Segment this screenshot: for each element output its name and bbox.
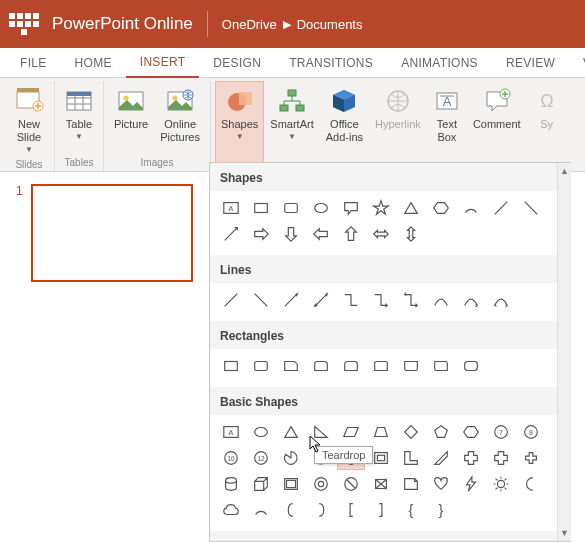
shape-elbow4[interactable] — [457, 288, 485, 312]
shape-star[interactable] — [367, 196, 395, 220]
shape-bs-plus2[interactable] — [517, 446, 545, 470]
tab-animations[interactable]: ANIMATIONS — [387, 48, 492, 77]
shape-bs-plus[interactable] — [487, 446, 515, 470]
shape-r6[interactable] — [367, 354, 395, 378]
shape-arrow-ud[interactable] — [397, 222, 425, 246]
smartart-button[interactable]: SmartArt▼ — [264, 81, 319, 171]
shape-oval[interactable] — [307, 196, 335, 220]
shape-bs-moon[interactable] — [517, 472, 545, 496]
shape-bs-bevel[interactable] — [277, 472, 305, 496]
office-addins-button[interactable]: OfficeAdd-ins — [320, 81, 369, 171]
shape-arrow-d[interactable] — [277, 222, 305, 246]
shape-elbow5[interactable] — [487, 288, 515, 312]
shape-l3[interactable] — [277, 288, 305, 312]
shape-r1[interactable] — [217, 354, 245, 378]
gallery-scrollbar[interactable]: ▲ ▼ — [557, 163, 571, 541]
shape-bs-heart[interactable] — [427, 472, 455, 496]
shape-elbow3[interactable] — [397, 288, 425, 312]
shape-bs-donut[interactable] — [307, 472, 335, 496]
shape-r3[interactable] — [277, 354, 305, 378]
slide-thumbnail[interactable] — [31, 184, 193, 282]
shape-text-box[interactable]: A — [217, 196, 245, 220]
shape-bs-rb2[interactable] — [367, 498, 395, 522]
shape-r4[interactable] — [307, 354, 335, 378]
shape-bs-rtri[interactable] — [307, 420, 335, 444]
new-slide-button[interactable]: NewSlide▼ — [8, 81, 50, 157]
picture-button[interactable]: Picture — [108, 81, 154, 155]
shape-arrow-lr[interactable] — [367, 222, 395, 246]
shape-arc[interactable] — [457, 196, 485, 220]
shape-bs-sun[interactable] — [487, 472, 515, 496]
shape-curve1[interactable] — [427, 288, 455, 312]
shape-elbow2[interactable] — [367, 288, 395, 312]
shape-bs-cross[interactable] — [457, 446, 485, 470]
shape-bs-10[interactable]: 10 — [217, 446, 245, 470]
shape-l4[interactable] — [307, 288, 335, 312]
shape-bs-arc2[interactable] — [247, 498, 275, 522]
shape-line[interactable] — [487, 196, 515, 220]
shape-bs-no[interactable] — [337, 472, 365, 496]
shape-round-rect[interactable] — [277, 196, 305, 220]
shape-elbow1[interactable] — [337, 288, 365, 312]
shape-line3[interactable] — [217, 222, 245, 246]
tab-home[interactable]: HOME — [61, 48, 126, 77]
online-pictures-button[interactable]: OnlinePictures — [154, 81, 206, 155]
shapes-button[interactable]: Shapes▼ — [215, 81, 264, 171]
tab-design[interactable]: DESIGN — [199, 48, 275, 77]
shape-bs-l[interactable] — [397, 446, 425, 470]
shape-bs-hex[interactable] — [457, 420, 485, 444]
shape-bs-cube[interactable] — [247, 472, 275, 496]
shape-speech[interactable] — [337, 196, 365, 220]
shape-bs-pent[interactable] — [427, 420, 455, 444]
text-box-button[interactable]: ATextBox — [427, 81, 467, 171]
breadcrumb-item[interactable]: OneDrive — [222, 17, 277, 32]
shape-bs-can[interactable] — [217, 472, 245, 496]
shape-r2[interactable] — [247, 354, 275, 378]
breadcrumb-item[interactable]: Documents — [297, 17, 363, 32]
shape-l2[interactable] — [247, 288, 275, 312]
shape-bs-diamond[interactable] — [397, 420, 425, 444]
tab-insert[interactable]: INSERT — [126, 48, 200, 78]
shape-r7[interactable] — [397, 354, 425, 378]
table-button[interactable]: Table▼ — [59, 81, 99, 155]
shape-bs-7[interactable]: 7 — [487, 420, 515, 444]
shape-l1[interactable] — [217, 288, 245, 312]
shape-bs-para[interactable] — [337, 420, 365, 444]
shape-bs-bolt[interactable] — [457, 472, 485, 496]
shape-rect[interactable] — [247, 196, 275, 220]
shape-r5[interactable] — [337, 354, 365, 378]
comment-button[interactable]: Comment — [467, 81, 527, 171]
shape-bs-diag[interactable] — [427, 446, 455, 470]
shape-bs-cloud[interactable] — [217, 498, 245, 522]
shape-arrow-r[interactable] — [247, 222, 275, 246]
shape-bs-oval[interactable] — [247, 420, 275, 444]
scroll-down-icon[interactable]: ▼ — [558, 525, 571, 541]
shape-bs-trap[interactable] — [367, 420, 395, 444]
shape-bs-rcb[interactable]: } — [427, 498, 455, 522]
tab-file[interactable]: FILE — [6, 48, 61, 77]
shape-bs-lb[interactable] — [277, 498, 305, 522]
tab-view[interactable]: VIEW — [569, 48, 585, 77]
scroll-up-icon[interactable]: ▲ — [558, 163, 571, 179]
shape-bs-fold[interactable] — [397, 472, 425, 496]
tab-review[interactable]: REVIEW — [492, 48, 569, 77]
shape-arrow-u[interactable] — [337, 222, 365, 246]
shape-hexagon[interactable] — [427, 196, 455, 220]
shape-r9[interactable] — [457, 354, 485, 378]
shape-bs-rb[interactable] — [307, 498, 335, 522]
shape-bs-lcb[interactable]: { — [397, 498, 425, 522]
shape-bs-text[interactable]: A — [217, 420, 245, 444]
shape-arrow-l[interactable] — [307, 222, 335, 246]
tab-transitions[interactable]: TRANSITIONS — [275, 48, 387, 77]
shape-bs-block[interactable] — [367, 472, 395, 496]
app-launcher-icon[interactable] — [8, 8, 40, 40]
shape-bs-pie[interactable] — [277, 446, 305, 470]
shape-bs-8[interactable]: 8 — [517, 420, 545, 444]
shape-bs-12[interactable]: 12 — [247, 446, 275, 470]
shape-bs-tri[interactable] — [277, 420, 305, 444]
shape-triangle[interactable] — [397, 196, 425, 220]
shape-line2[interactable] — [517, 196, 545, 220]
shape-r8[interactable] — [427, 354, 455, 378]
shape-bs-lb2[interactable] — [337, 498, 365, 522]
gallery-grid — [210, 349, 557, 387]
